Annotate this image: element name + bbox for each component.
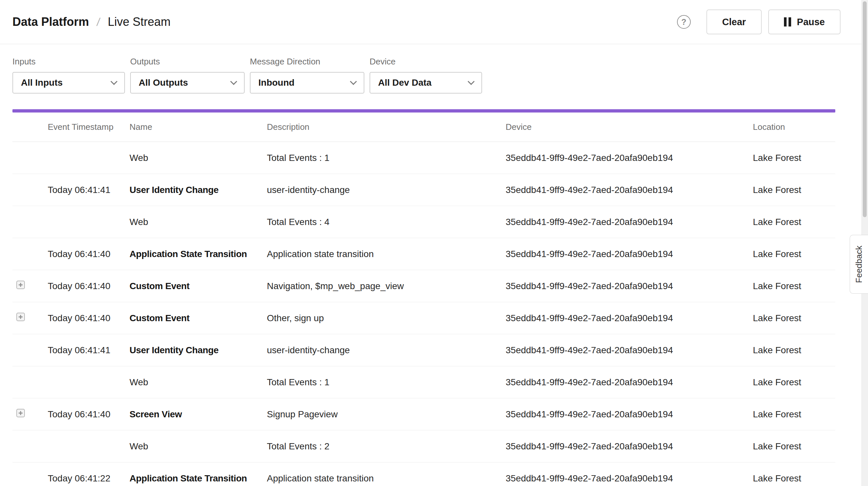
chevron-down-icon [468, 78, 474, 85]
table-row[interactable]: Web Total Events : 4 35eddb41-9ff9-49e2-… [12, 206, 835, 238]
event-device-id: 35eddb41-9ff9-49e2-7aed-20afa90eb194 [506, 185, 753, 195]
event-device-id: 35eddb41-9ff9-49e2-7aed-20afa90eb194 [506, 409, 753, 420]
table-row[interactable]: Today 06:41:40 Screen View Signup Pagevi… [12, 398, 835, 430]
table-row[interactable]: Today 06:41:22 Application State Transit… [12, 462, 835, 486]
event-timestamp: Today 06:41:40 [48, 281, 129, 292]
pause-button[interactable]: Pause [768, 9, 840, 34]
event-description: Total Events : 2 [267, 441, 506, 452]
breadcrumb: Data Platform / Live Stream [12, 15, 171, 29]
event-name: User Identity Change [129, 185, 267, 195]
event-location: Lake Forest [753, 249, 835, 260]
event-description: user-identity-change [267, 345, 506, 356]
message-direction-select[interactable]: Inbound [250, 72, 364, 94]
event-timestamp: Today 06:41:22 [48, 473, 129, 484]
device-select-value: All Dev Data [378, 78, 431, 88]
event-description: Navigation, $mp_web_page_view [267, 281, 506, 292]
live-stream-bar [12, 109, 835, 113]
event-description: Application state transition [267, 473, 506, 484]
help-icon[interactable]: ? [677, 15, 691, 29]
event-device-id: 35eddb41-9ff9-49e2-7aed-20afa90eb194 [506, 217, 753, 227]
expand-row-button[interactable] [17, 409, 25, 417]
header-actions: ? Clear Pause [677, 9, 840, 34]
column-location: Location [753, 122, 835, 132]
event-description: Signup Pageview [267, 409, 506, 420]
event-device-id: 35eddb41-9ff9-49e2-7aed-20afa90eb194 [506, 345, 753, 356]
clear-button[interactable]: Clear [707, 9, 762, 34]
event-device-id: 35eddb41-9ff9-49e2-7aed-20afa90eb194 [506, 249, 753, 260]
device-select[interactable]: All Dev Data [370, 72, 482, 94]
event-timestamp: Today 06:41:41 [48, 185, 129, 195]
outputs-label: Outputs [130, 57, 245, 67]
event-timestamp: Today 06:41:41 [48, 345, 129, 356]
column-device: Device [506, 122, 753, 132]
outputs-select[interactable]: All Outputs [130, 72, 245, 94]
event-location: Lake Forest [753, 185, 835, 195]
expand-cell [12, 409, 48, 420]
filter-bar: Inputs All Inputs Outputs All Outputs Me… [0, 44, 868, 94]
event-device-id: 35eddb41-9ff9-49e2-7aed-20afa90eb194 [506, 441, 753, 452]
event-device-id: 35eddb41-9ff9-49e2-7aed-20afa90eb194 [506, 313, 753, 324]
event-description: Application state transition [267, 249, 506, 260]
event-location: Lake Forest [753, 409, 835, 420]
event-location: Lake Forest [753, 473, 835, 484]
message-direction-select-value: Inbound [258, 78, 294, 88]
expand-cell [12, 281, 48, 292]
event-location: Lake Forest [753, 313, 835, 324]
filter-inputs: Inputs All Inputs [12, 57, 125, 94]
outputs-select-value: All Outputs [139, 78, 188, 88]
event-device-id: 35eddb41-9ff9-49e2-7aed-20afa90eb194 [506, 153, 753, 163]
device-label: Device [370, 57, 482, 67]
event-description: Total Events : 1 [267, 377, 506, 388]
feedback-tab[interactable]: Feedback [850, 235, 868, 294]
table-row[interactable]: Today 06:41:40 Custom Event Other, sign … [12, 302, 835, 334]
event-table: Event Timestamp Name Description Device … [12, 113, 835, 486]
event-device-id: 35eddb41-9ff9-49e2-7aed-20afa90eb194 [506, 377, 753, 388]
scrollbar-thumb[interactable] [863, 1, 867, 217]
event-name: Custom Event [129, 281, 267, 292]
breadcrumb-separator: / [96, 16, 101, 28]
event-device-id: 35eddb41-9ff9-49e2-7aed-20afa90eb194 [506, 281, 753, 292]
table-row[interactable]: Web Total Events : 1 35eddb41-9ff9-49e2-… [12, 142, 835, 174]
expand-cell [12, 216, 48, 227]
event-device-id: 35eddb41-9ff9-49e2-7aed-20afa90eb194 [506, 473, 753, 484]
top-bar: Data Platform / Live Stream ? Clear Paus… [0, 0, 868, 44]
column-event-timestamp: Event Timestamp [48, 122, 129, 132]
expand-row-button[interactable] [17, 281, 25, 289]
expand-cell [12, 184, 48, 195]
event-name: User Identity Change [129, 345, 267, 356]
event-timestamp: Today 06:41:40 [48, 249, 129, 260]
event-name: Web [129, 153, 267, 163]
event-location: Lake Forest [753, 153, 835, 163]
table-row[interactable]: Today 06:41:40 Application State Transit… [12, 238, 835, 270]
chevron-down-icon [111, 78, 117, 85]
table-row[interactable]: Today 06:41:40 Custom Event Navigation, … [12, 270, 835, 302]
event-name: Web [129, 441, 267, 452]
breadcrumb-section[interactable]: Data Platform [12, 15, 89, 29]
event-description: user-identity-change [267, 185, 506, 195]
event-location: Lake Forest [753, 345, 835, 356]
expand-cell [12, 248, 48, 260]
table-row[interactable]: Web Total Events : 1 35eddb41-9ff9-49e2-… [12, 366, 835, 398]
feedback-tab-label: Feedback [854, 246, 864, 283]
live-stream-page: Data Platform / Live Stream ? Clear Paus… [0, 0, 868, 486]
event-description: Other, sign up [267, 313, 506, 324]
event-location: Lake Forest [753, 377, 835, 388]
expand-row-button[interactable] [17, 313, 25, 321]
expand-cell [12, 313, 48, 324]
table-row[interactable]: Today 06:41:41 User Identity Change user… [12, 334, 835, 366]
filter-device: Device All Dev Data [370, 57, 482, 94]
table-row[interactable]: Today 06:41:41 User Identity Change user… [12, 174, 835, 206]
event-name: Screen View [129, 409, 267, 420]
event-location: Lake Forest [753, 217, 835, 227]
table-row[interactable]: Web Total Events : 2 35eddb41-9ff9-49e2-… [12, 430, 835, 462]
event-description: Total Events : 4 [267, 217, 506, 227]
chevron-down-icon [230, 78, 237, 85]
inputs-select[interactable]: All Inputs [12, 72, 125, 94]
expand-cell [12, 345, 48, 356]
event-name: Application State Transition [129, 249, 267, 260]
event-table-header: Event Timestamp Name Description Device … [12, 113, 835, 142]
page-title: Live Stream [108, 15, 171, 29]
column-name: Name [129, 122, 267, 132]
filter-outputs: Outputs All Outputs [130, 57, 245, 94]
message-direction-label: Message Direction [250, 57, 364, 67]
